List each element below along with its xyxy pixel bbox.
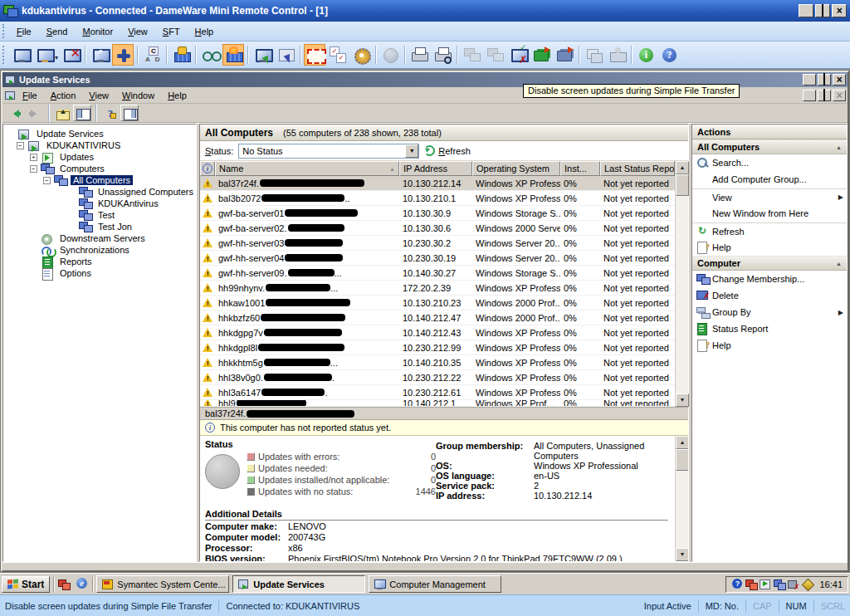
tree-node-label[interactable]: Options (57, 268, 94, 278)
tree-expander[interactable]: − (30, 165, 37, 173)
scroll-down-icon[interactable]: ▼ (676, 394, 689, 407)
action-item[interactable]: Group By ▶ (692, 304, 847, 320)
tray-icon[interactable] (788, 579, 799, 589)
column-installed[interactable]: Inst... (560, 161, 600, 176)
tree-item[interactable]: KDUKAntivirus (3, 198, 196, 209)
disconnect-icon[interactable] (33, 44, 55, 66)
child-restore-button[interactable] (818, 90, 831, 101)
tree-item[interactable]: − KDUKANTIVIRUS (3, 139, 196, 151)
local-cursor-icon[interactable] (275, 44, 296, 66)
computers-dim2-icon[interactable] (484, 44, 506, 66)
tree-node-label[interactable]: Updates (57, 152, 96, 162)
action-item[interactable]: Change Membership... ▶ (692, 271, 847, 287)
table-row[interactable]: hh99nhynv.... 172.20.2.39 Windows XP Pro… (200, 281, 675, 296)
tree-node-label[interactable]: KDUKAntivirus (95, 198, 161, 208)
settings-checks-icon[interactable] (327, 44, 349, 66)
view-only-icon[interactable] (199, 44, 221, 66)
quicklaunch-ie-icon[interactable] (75, 578, 89, 591)
table-row[interactable]: hhkbzfz60 10.140.212.47 Windows 2000 Pro… (200, 310, 675, 325)
tree-node-label[interactable]: Computers (57, 164, 107, 174)
tree-expander[interactable]: + (30, 154, 37, 161)
child-minimize-button[interactable] (803, 90, 816, 101)
close-button[interactable] (832, 4, 847, 17)
options-gear-icon[interactable] (350, 44, 372, 66)
restore-button[interactable] (815, 4, 830, 17)
tree-node-label[interactable]: Unassigned Computers (95, 187, 196, 197)
action-item[interactable]: Delete ▶ (692, 287, 847, 304)
menu-item[interactable]: View (120, 24, 155, 39)
mmc-close-button[interactable] (833, 74, 846, 86)
table-row[interactable]: hhkaw1001 10.130.210.23 Windows 2000 Pro… (200, 296, 675, 310)
dropdown-caret-icon[interactable]: ▾ (55, 54, 58, 61)
help-icon[interactable]: ? (658, 44, 680, 66)
file-transfer-send-icon[interactable] (530, 44, 552, 66)
remote-screen-icon[interactable]: ↗ (89, 44, 110, 66)
tree-node-label[interactable]: KDUKANTIVIRUS (44, 140, 123, 150)
menu-item[interactable]: Send (39, 24, 76, 39)
start-button[interactable]: Start (2, 576, 50, 593)
scroll-thumb[interactable] (676, 449, 688, 471)
collapse-icon[interactable]: ▲ (836, 261, 842, 266)
tree-item[interactable]: Update Services (3, 128, 196, 139)
taskbar-task-button[interactable]: Update Services (232, 575, 365, 593)
tree-expander[interactable]: − (17, 142, 24, 149)
show-console-tree-icon[interactable] (73, 105, 91, 121)
list-scrollbar[interactable]: ▲ ▼ (675, 161, 688, 407)
tray-icon[interactable] (760, 579, 771, 589)
tree-item[interactable]: Test (3, 209, 196, 221)
tree-node-label[interactable]: Test Jon (95, 222, 134, 232)
combo-arrow-icon[interactable]: ▼ (405, 144, 418, 158)
table-row[interactable]: hhl38v0g0.. 10.230.212.22 Windows XP Pro… (200, 370, 675, 385)
forward-icon[interactable] (26, 105, 44, 121)
tree-node-label[interactable]: Test (95, 210, 117, 220)
tree-item[interactable]: Test Jon (3, 221, 196, 232)
table-row[interactable]: hhl9 10.140.212.1 Windows XP Prof... 0% … (200, 400, 675, 407)
tree-item[interactable]: Reports (3, 256, 196, 267)
keyboard-hand-icon[interactable] (606, 44, 628, 66)
scroll-down-icon[interactable]: ▼ (676, 548, 688, 561)
column-last-status[interactable]: Last Status Report (600, 161, 675, 176)
about-icon[interactable]: i (635, 44, 657, 66)
connect-icon[interactable] (10, 44, 32, 66)
menu-item[interactable]: SFT (155, 24, 188, 39)
column-ip[interactable]: IP Address (399, 161, 472, 176)
mmc-menu-item[interactable]: Window (115, 89, 161, 102)
child-close-button[interactable] (833, 90, 846, 101)
mmc-menu-item[interactable]: Help (161, 89, 193, 102)
table-row[interactable]: gwf-ba-server01 10.130.30.9 Windows Stor… (200, 206, 675, 221)
taskbar-task-button[interactable]: Computer Management (369, 575, 501, 593)
verify-host-icon[interactable]: ✓ (507, 44, 529, 66)
details-scrollbar[interactable]: ▲ ▼ (675, 436, 688, 561)
cascade-windows-icon[interactable] (583, 44, 604, 66)
tray-icon[interactable] (745, 579, 757, 589)
action-item[interactable]: View ▶ (692, 188, 847, 205)
tree-item[interactable]: − Computers (3, 163, 196, 174)
tray-icon[interactable] (731, 579, 743, 589)
menu-item[interactable]: Help (188, 24, 222, 39)
mmc-menu-item[interactable]: Action (44, 89, 83, 102)
tree-node-label[interactable]: All Computers (71, 175, 133, 185)
tree-item[interactable]: Options (3, 267, 196, 279)
menu-item[interactable]: Monitor (75, 24, 120, 39)
quicklaunch-dameware-icon[interactable] (57, 578, 71, 591)
show-action-pane-icon[interactable] (120, 105, 139, 121)
table-row[interactable]: hhl3a6147. 10.230.212.61 Windows XP Prof… (200, 385, 675, 400)
tree-item[interactable]: + Updates (3, 151, 196, 163)
print-preview-icon[interactable] (432, 44, 453, 66)
tree-node-label[interactable]: Synchronizations (57, 245, 132, 255)
toolbar-grip[interactable] (2, 46, 7, 64)
minimize-button[interactable] (799, 4, 813, 17)
computers-dim-icon[interactable] (461, 44, 482, 66)
mmc-restore-button[interactable] (818, 74, 831, 86)
up-level-icon[interactable] (53, 105, 71, 121)
scroll-thumb[interactable] (676, 174, 689, 196)
tree-item[interactable]: − All Computers (3, 174, 196, 186)
remote-cursor-icon[interactable] (252, 44, 273, 66)
lock-keyboard-icon[interactable] (170, 44, 192, 66)
tray-icon[interactable] (774, 579, 785, 589)
hot-keys-icon[interactable] (222, 44, 244, 66)
collapse-icon[interactable]: ▲ (836, 144, 842, 150)
action-item[interactable]: Help ▶ (692, 337, 847, 354)
tray-icon[interactable] (802, 579, 813, 589)
screen-frame-icon[interactable] (304, 44, 325, 66)
